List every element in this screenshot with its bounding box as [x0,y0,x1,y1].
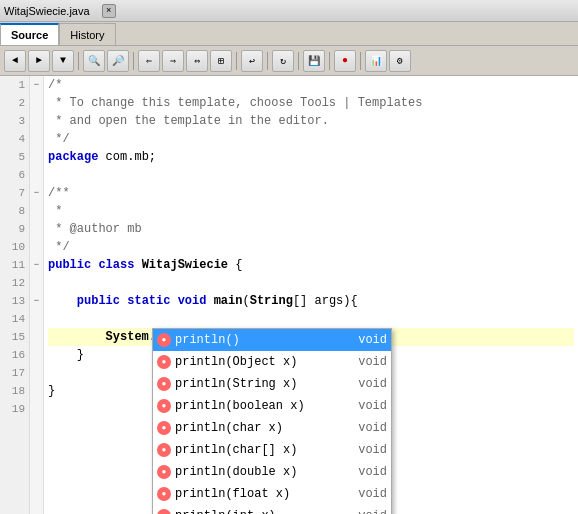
ac-icon-4: ● [157,421,171,435]
gutter-16 [30,346,43,364]
ac-icon-1: ● [157,355,171,369]
line-numbers: 1 2 3 4 5 6 7 8 9 10 11 12 13 14 15 16 1… [0,76,30,514]
line-num-6: 6 [4,166,25,184]
settings-button[interactable]: ⚙ [389,50,411,72]
code-line-2: * To change this template, choose Tools … [48,94,574,112]
revert-button[interactable]: ↩ [241,50,263,72]
gutter-15 [30,328,43,346]
separator-1 [78,52,79,70]
line-num-12: 12 [4,274,25,292]
ac-method-4: println(char x) [175,419,350,437]
ac-item-3[interactable]: ● println(boolean x) void [153,395,391,417]
gutter-8 [30,202,43,220]
close-button[interactable]: × [102,4,116,18]
tab-source[interactable]: Source [0,23,59,45]
ac-method-7: println(float x) [175,485,350,503]
ac-type-6: void [358,463,387,481]
gutter-18 [30,382,43,400]
ac-item-6[interactable]: ● println(double x) void [153,461,391,483]
line-num-9: 9 [4,220,25,238]
zoom-in-button[interactable]: 🔍 [83,50,105,72]
line-num-15: 15 [4,328,25,346]
code-line-3: * and open the template in the editor. [48,112,574,130]
line-num-8: 8 [4,202,25,220]
back-button[interactable]: ◄ [4,50,26,72]
code-line-1: /* [48,76,574,94]
editor-wrapper: 1 2 3 4 5 6 7 8 9 10 11 12 13 14 15 16 1… [0,76,578,514]
next-change-button[interactable]: ⇒ [162,50,184,72]
gutter-19 [30,400,43,418]
ac-type-5: void [358,441,387,459]
ac-type-8: void [358,507,387,514]
stop-button[interactable]: ● [334,50,356,72]
line-num-18: 18 [4,382,25,400]
prev-change-button[interactable]: ⇐ [138,50,160,72]
line-num-17: 17 [4,364,25,382]
line-num-5: 5 [4,148,25,166]
tabs-bar: Source History [0,22,578,46]
gutter-17 [30,364,43,382]
ac-item-8[interactable]: ● println(int x) void [153,505,391,514]
gutter-4 [30,130,43,148]
title-bar: WitajSwiecie.java × [0,0,578,22]
ac-method-6: println(double x) [175,463,350,481]
ac-item-5[interactable]: ● println(char[] x) void [153,439,391,461]
fold-1[interactable]: − [30,76,43,94]
editor-container[interactable]: 1 2 3 4 5 6 7 8 9 10 11 12 13 14 15 16 1… [0,76,578,514]
line-num-11: 11 [4,256,25,274]
save-button[interactable]: 💾 [303,50,325,72]
ac-type-3: void [358,397,387,415]
fold-11[interactable]: − [30,256,43,274]
refresh-button[interactable]: ↻ [272,50,294,72]
ac-icon-6: ● [157,465,171,479]
separator-5 [298,52,299,70]
diff-button[interactable]: ⇔ [186,50,208,72]
ac-method-0: println() [175,331,350,349]
zoom-out-button[interactable]: 🔎 [107,50,129,72]
code-line-13: public static void main(String[] args){ [48,292,574,310]
ac-icon-5: ● [157,443,171,457]
gutter-12 [30,274,43,292]
separator-6 [329,52,330,70]
forward-button[interactable]: ► [28,50,50,72]
ac-type-0: void [358,331,387,349]
ac-item-4[interactable]: ● println(char x) void [153,417,391,439]
history-dropdown-button[interactable]: ▼ [52,50,74,72]
ac-icon-8: ● [157,509,171,514]
ac-method-1: println(Object x) [175,353,350,371]
line-num-2: 2 [4,94,25,112]
ac-type-7: void [358,485,387,503]
tab-history[interactable]: History [59,23,115,45]
ac-icon-3: ● [157,399,171,413]
gutter-2 [30,94,43,112]
gutter-14 [30,310,43,328]
autocomplete-dropdown[interactable]: ● println() void ● println(Object x) voi… [152,328,392,514]
line-num-7: 7 [4,184,25,202]
ac-icon-7: ● [157,487,171,501]
line-num-1: 1 [4,76,25,94]
fold-13[interactable]: − [30,292,43,310]
compare-button[interactable]: ⊞ [210,50,232,72]
gutter-3 [30,112,43,130]
ac-icon-0: ● [157,333,171,347]
fold-7[interactable]: − [30,184,43,202]
code-line-4: */ [48,130,574,148]
line-num-14: 14 [4,310,25,328]
ac-type-1: void [358,353,387,371]
ac-method-3: println(boolean x) [175,397,350,415]
ac-method-5: println(char[] x) [175,441,350,459]
line-num-10: 10 [4,238,25,256]
ac-item-0[interactable]: ● println() void [153,329,391,351]
gutter-9 [30,220,43,238]
chart-button[interactable]: 📊 [365,50,387,72]
gutter-5 [30,148,43,166]
ac-item-1[interactable]: ● println(Object x) void [153,351,391,373]
ac-item-7[interactable]: ● println(float x) void [153,483,391,505]
line-num-4: 4 [4,130,25,148]
code-line-12 [48,274,574,292]
code-line-11: public class WitajSwiecie { [48,256,574,274]
ac-type-2: void [358,375,387,393]
code-area[interactable]: /* * To change this template, choose Too… [44,76,578,514]
ac-item-2[interactable]: ● println(String x) void [153,373,391,395]
code-line-5: package com.mb; [48,148,574,166]
